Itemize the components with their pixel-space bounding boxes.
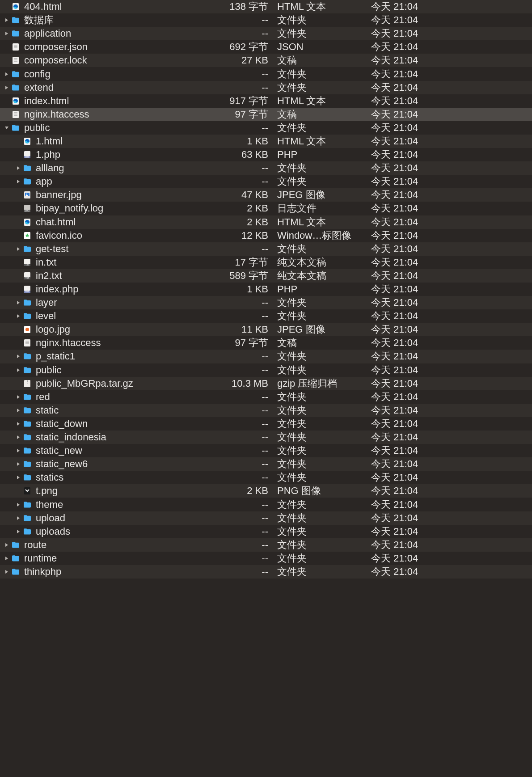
file-row[interactable]: 1.php63 KBPHP今天 21:04 (0, 148, 532, 161)
chevron-right-icon[interactable] (14, 368, 22, 372)
cell-name: favicon.ico (0, 230, 224, 241)
file-row[interactable]: bipay_notify.log2 KB日志文件今天 21:04 (0, 202, 532, 215)
file-row[interactable]: uploads--文件夹今天 21:04 (0, 525, 532, 538)
file-name: get-test (36, 243, 68, 255)
chevron-right-icon[interactable] (14, 247, 22, 251)
file-row[interactable]: nginx.htaccess97 字节文稿今天 21:04 (0, 336, 532, 350)
folder-icon (22, 298, 32, 308)
file-row[interactable]: public--文件夹今天 21:04 (0, 121, 532, 135)
file-date: 今天 21:04 (371, 525, 528, 538)
cell-name: get-test (0, 243, 224, 255)
file-kind: 文件夹 (277, 565, 371, 579)
file-row[interactable]: banner.jpg47 KBJPEG 图像今天 21:04 (0, 188, 532, 202)
file-row[interactable]: extend--文件夹今天 21:04 (0, 81, 532, 94)
file-date: 今天 21:04 (371, 68, 528, 81)
file-row[interactable]: app--文件夹今天 21:04 (0, 175, 532, 188)
svg-marker-27 (5, 72, 8, 76)
cell-name: composer.json (0, 41, 224, 53)
file-row[interactable]: thinkphp--文件夹今天 21:04 (0, 565, 532, 579)
file-kind: 文件夹 (277, 471, 371, 484)
chevron-right-icon[interactable] (3, 18, 11, 22)
chevron-right-icon[interactable] (3, 570, 11, 574)
cell-name: in2.txt (0, 270, 224, 282)
file-size: 27 KB (224, 55, 277, 66)
file-row[interactable]: static_indonesia--文件夹今天 21:04 (0, 431, 532, 444)
file-row[interactable]: chat.html2 KBHTML 文本今天 21:04 (0, 215, 532, 229)
file-row[interactable]: static_down--文件夹今天 21:04 (0, 417, 532, 431)
file-row[interactable]: upload--文件夹今天 21:04 (0, 511, 532, 525)
file-size: -- (224, 539, 277, 551)
file-name: favicon.ico (36, 230, 82, 241)
chevron-right-icon[interactable] (14, 179, 22, 184)
file-row[interactable]: layer--文件夹今天 21:04 (0, 296, 532, 309)
file-row[interactable]: 404.html138 字节HTML 文本今天 21:04 (0, 0, 532, 13)
file-row[interactable]: config--文件夹今天 21:04 (0, 67, 532, 80)
chevron-right-icon[interactable] (14, 462, 22, 466)
chevron-right-icon[interactable] (14, 422, 22, 426)
file-row[interactable]: statics--文件夹今天 21:04 (0, 471, 532, 484)
chevron-right-icon[interactable] (14, 529, 22, 534)
file-row[interactable]: p_static1--文件夹今天 21:04 (0, 350, 532, 363)
chevron-right-icon[interactable] (14, 395, 22, 399)
file-name: public_MbGRpa.tar.gz (36, 378, 133, 389)
chevron-right-icon[interactable] (14, 503, 22, 507)
file-size: -- (224, 553, 277, 564)
file-row[interactable]: logo.jpg11 KBJPEG 图像今天 21:04 (0, 323, 532, 336)
file-row[interactable]: public--文件夹今天 21:04 (0, 363, 532, 377)
svg-marker-40 (17, 435, 20, 439)
file-row[interactable]: in.txt17 字节纯文本文稿今天 21:04 (0, 256, 532, 269)
jpg-icon (22, 190, 32, 200)
svg-marker-32 (17, 247, 20, 251)
file-name: t.png (36, 485, 58, 497)
file-row[interactable]: 1.html1 KBHTML 文本今天 21:04 (0, 135, 532, 148)
file-name: in.txt (36, 257, 56, 268)
file-kind: 文件夹 (277, 498, 371, 511)
chevron-right-icon[interactable] (14, 314, 22, 318)
chevron-right-icon[interactable] (3, 72, 11, 76)
file-row[interactable]: runtime--文件夹今天 21:04 (0, 552, 532, 565)
chevron-right-icon[interactable] (3, 31, 11, 36)
file-row[interactable]: index.html917 字节HTML 文本今天 21:04 (0, 94, 532, 108)
chevron-right-icon[interactable] (14, 448, 22, 453)
file-row[interactable]: favicon.ico12 KBWindow…标图像今天 21:04 (0, 229, 532, 242)
file-row[interactable]: 数据库--文件夹今天 21:04 (0, 13, 532, 27)
cell-name: runtime (0, 553, 224, 564)
file-row[interactable]: application--文件夹今天 21:04 (0, 27, 532, 40)
file-row[interactable]: index.php1 KBPHP今天 21:04 (0, 283, 532, 296)
chevron-right-icon[interactable] (14, 408, 22, 413)
file-row[interactable]: composer.json692 字节JSON今天 21:04 (0, 40, 532, 54)
chevron-right-icon[interactable] (3, 543, 11, 547)
chevron-right-icon[interactable] (14, 300, 22, 305)
folder-icon (22, 405, 32, 415)
chevron-right-icon[interactable] (14, 354, 22, 359)
file-row[interactable]: in2.txt589 字节纯文本文稿今天 21:04 (0, 269, 532, 283)
file-row[interactable]: theme--文件夹今天 21:04 (0, 498, 532, 511)
file-size: -- (224, 68, 277, 80)
chevron-right-icon[interactable] (14, 475, 22, 480)
chevron-right-icon[interactable] (14, 516, 22, 520)
file-name: bipay_notify.log (36, 203, 103, 214)
file-row[interactable]: public_MbGRpa.tar.gz10.3 MBgzip 压缩归档今天 2… (0, 377, 532, 390)
file-row[interactable]: composer.lock27 KB文稿今天 21:04 (0, 54, 532, 67)
chevron-right-icon[interactable] (3, 556, 11, 561)
file-row[interactable]: level--文件夹今天 21:04 (0, 309, 532, 323)
file-row[interactable]: nginx.htaccess97 字节文稿今天 21:04 (0, 108, 532, 121)
chevron-right-icon[interactable] (14, 435, 22, 439)
file-row[interactable]: static_new--文件夹今天 21:04 (0, 444, 532, 457)
file-name: chat.html (36, 216, 76, 228)
file-row[interactable]: static_new6--文件夹今天 21:04 (0, 457, 532, 471)
file-size: 2 KB (224, 203, 277, 214)
file-size: 692 字节 (224, 40, 277, 54)
file-row[interactable]: get-test--文件夹今天 21:04 (0, 242, 532, 256)
file-name: logo.jpg (36, 324, 70, 335)
file-row[interactable]: route--文件夹今天 21:04 (0, 538, 532, 552)
file-row[interactable]: alllang--文件夹今天 21:04 (0, 161, 532, 175)
file-date: 今天 21:04 (371, 565, 528, 579)
file-row[interactable]: static--文件夹今天 21:04 (0, 404, 532, 417)
chevron-right-icon[interactable] (14, 166, 22, 170)
file-date: 今天 21:04 (371, 444, 528, 457)
chevron-right-icon[interactable] (3, 85, 11, 90)
file-row[interactable]: red--文件夹今天 21:04 (0, 390, 532, 404)
file-row[interactable]: t.png2 KBPNG 图像今天 21:04 (0, 484, 532, 498)
chevron-down-icon[interactable] (3, 126, 11, 130)
